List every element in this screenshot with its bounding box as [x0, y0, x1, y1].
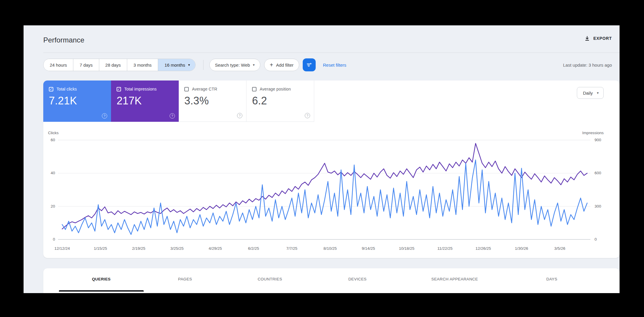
filter-sparkle-icon — [306, 62, 312, 68]
active-tab-indicator — [59, 290, 144, 292]
metric-label: Total impressions — [124, 87, 157, 91]
x-axis-label: 12/26/25 — [466, 246, 501, 251]
metric-value: 3.3% — [184, 95, 209, 107]
x-axis-label: 8/10/25 — [312, 246, 348, 251]
x-axis-label: 9/14/25 — [351, 246, 386, 251]
filter-bar: 24 hours7 days28 days3 months16 months▾ … — [43, 59, 612, 71]
tab-devices[interactable]: DEVICES — [313, 268, 402, 293]
add-filter-button[interactable]: + Add filter — [264, 59, 299, 71]
chevron-down-icon: ▾ — [188, 63, 190, 67]
axis-tick-label: 600 — [595, 171, 612, 175]
range-chip-24-hours[interactable]: 24 hours — [44, 59, 73, 71]
metric-card-average-ctr[interactable]: Average CTR3.3%? — [179, 81, 246, 122]
range-chip-16-months[interactable]: 16 months▾ — [158, 59, 195, 71]
metric-label: Average position — [260, 87, 291, 91]
x-axis-label: 6/2/25 — [236, 246, 271, 251]
x-axis-label: 11/22/25 — [427, 246, 463, 251]
range-chip-28-days[interactable]: 28 days — [99, 59, 128, 71]
tab-countries[interactable]: COUNTRIES — [226, 268, 313, 293]
axis-tick-label: 40 — [43, 171, 55, 175]
x-axis-label: 12/12/24 — [44, 246, 80, 251]
reset-filters-link[interactable]: Reset filters — [323, 63, 346, 68]
filter-separator — [203, 60, 203, 70]
export-button[interactable]: EXPORT — [584, 35, 612, 41]
metrics-row: ✓Total clicks7.21K?✓Total impressions217… — [43, 81, 314, 122]
x-axis-label: 3/25/25 — [159, 246, 195, 251]
granularity-dropdown[interactable]: Daily ▾ — [577, 87, 604, 99]
tab-label: PAGES — [178, 277, 192, 293]
axis-tick-label: 60 — [43, 138, 55, 142]
search-type-filter[interactable]: Search type: Web ▾ — [209, 59, 260, 71]
x-axis-label: 4/29/25 — [198, 246, 233, 251]
tab-label: COUNTRIES — [258, 277, 282, 293]
tab-label: DAYS — [546, 277, 557, 293]
axis-tick-label: 0 — [595, 237, 612, 242]
metric-checkbox[interactable] — [184, 87, 189, 91]
plus-icon: + — [270, 62, 273, 68]
export-label: EXPORT — [593, 36, 612, 41]
performance-chart-card: ✓Total clicks7.21K?✓Total impressions217… — [43, 81, 620, 258]
screen: Performance EXPORT 24 hours7 days28 days… — [0, 0, 644, 317]
metric-checkbox[interactable] — [252, 87, 256, 91]
tab-label: SEARCH APPEARANCE — [431, 277, 478, 293]
x-axis-label: 2/19/25 — [121, 246, 156, 251]
last-update-text: Last update: 3 hours ago — [563, 63, 612, 68]
tab-queries[interactable]: QUERIES — [59, 268, 144, 293]
x-axis-label: 1/15/25 — [83, 246, 118, 251]
metric-value: 7.21K — [49, 95, 77, 107]
metric-value: 217K — [117, 95, 142, 107]
download-icon — [584, 35, 590, 41]
axis-tick-label: 900 — [595, 138, 612, 142]
metric-checkbox[interactable]: ✓ — [117, 87, 121, 91]
x-axis-label: 3/5/26 — [542, 246, 577, 251]
right-axis-title: Impressions — [582, 131, 604, 135]
chevron-down-icon: ▾ — [597, 91, 599, 95]
metric-checkbox[interactable]: ✓ — [49, 87, 53, 91]
granularity-label: Daily — [583, 91, 593, 96]
filter-settings-button[interactable] — [303, 58, 316, 71]
search-type-label: Search type: Web — [215, 63, 250, 68]
dimension-tabs-card: QUERIESPAGESCOUNTRIESDEVICESSEARCH APPEA… — [43, 268, 620, 293]
date-range-group: 24 hours7 days28 days3 months16 months▾ — [43, 59, 196, 71]
metric-label: Average CTR — [192, 87, 217, 91]
x-axis-label: 1/30/26 — [504, 246, 539, 251]
metric-value: 6.2 — [252, 95, 267, 107]
help-icon[interactable]: ? — [237, 113, 242, 118]
range-chip-7-days[interactable]: 7 days — [73, 59, 99, 71]
dimension-tabs: QUERIESPAGESCOUNTRIESDEVICESSEARCH APPEA… — [59, 268, 596, 293]
series-line-total-impressions — [62, 143, 587, 229]
help-icon[interactable]: ? — [102, 113, 107, 119]
tab-search-appearance[interactable]: SEARCH APPEARANCE — [402, 268, 508, 293]
axis-tick-label: 0 — [43, 237, 55, 242]
axis-tick-label: 300 — [595, 204, 612, 209]
metric-card-total-impressions[interactable]: ✓Total impressions217K? — [111, 81, 179, 122]
axis-tick-label: 20 — [43, 204, 55, 209]
help-icon[interactable]: ? — [170, 113, 175, 119]
page-title: Performance — [43, 36, 85, 44]
tab-pages[interactable]: PAGES — [144, 268, 226, 293]
help-icon[interactable]: ? — [305, 113, 310, 118]
range-chip-3-months[interactable]: 3 months — [127, 59, 158, 71]
left-axis-title: Clicks — [48, 131, 59, 135]
add-filter-label: Add filter — [276, 63, 294, 68]
metric-label: Total clicks — [57, 87, 77, 91]
header-divider — [43, 52, 620, 53]
tab-days[interactable]: DAYS — [508, 268, 596, 293]
performance-page: Performance EXPORT 24 hours7 days28 days… — [24, 25, 620, 293]
x-axis-label: 7/7/25 — [274, 246, 309, 251]
tab-label: DEVICES — [348, 277, 367, 293]
metric-card-total-clicks[interactable]: ✓Total clicks7.21K? — [43, 81, 111, 122]
metric-card-average-position[interactable]: Average position6.2? — [246, 81, 314, 122]
x-axis-label: 10/18/25 — [389, 246, 424, 251]
chevron-down-icon: ▾ — [253, 63, 255, 67]
